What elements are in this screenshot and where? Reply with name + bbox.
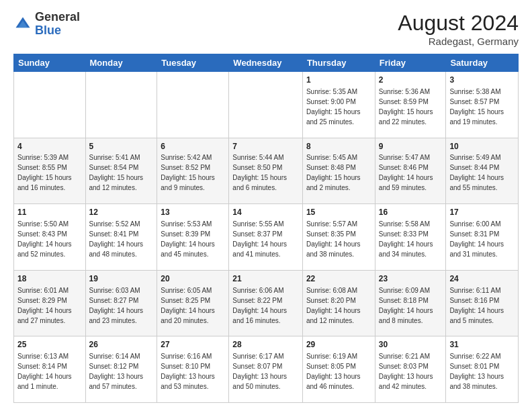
day-number: 6 [161, 141, 225, 152]
day-number: 16 [379, 207, 443, 218]
day-number: 21 [232, 273, 299, 285]
day-number: 23 [379, 273, 443, 285]
day-detail: Sunrise: 5:53 AM Sunset: 8:39 PM Dayligh… [161, 220, 215, 258]
day-detail: Sunrise: 5:52 AM Sunset: 8:41 PM Dayligh… [89, 220, 144, 258]
col-header-saturday: Saturday [446, 54, 519, 72]
day-detail: Sunrise: 6:06 AM Sunset: 8:22 PM Dayligh… [232, 287, 287, 324]
page: General Blue August 2024 Radegast, Germa… [0, 0, 532, 411]
day-number: 26 [89, 339, 154, 351]
day-number: 10 [449, 141, 515, 152]
calendar-cell: 2Sunrise: 5:36 AM Sunset: 8:59 PM Daylig… [375, 72, 446, 138]
day-number: 24 [449, 273, 515, 285]
day-detail: Sunrise: 6:17 AM Sunset: 8:07 PM Dayligh… [232, 353, 287, 390]
col-header-tuesday: Tuesday [157, 54, 229, 72]
calendar-cell: 26Sunrise: 6:14 AM Sunset: 8:12 PM Dayli… [85, 336, 157, 403]
calendar-cell: 9Sunrise: 5:47 AM Sunset: 8:46 PM Daylig… [375, 138, 446, 204]
logo-icon [13, 15, 32, 34]
calendar-cell: 6Sunrise: 5:42 AM Sunset: 8:52 PM Daylig… [157, 138, 229, 204]
day-number: 8 [306, 141, 371, 152]
day-detail: Sunrise: 5:41 AM Sunset: 8:54 PM Dayligh… [89, 154, 144, 191]
calendar-cell: 23Sunrise: 6:09 AM Sunset: 8:18 PM Dayli… [375, 270, 446, 336]
calendar-cell: 30Sunrise: 6:21 AM Sunset: 8:03 PM Dayli… [375, 336, 446, 403]
day-detail: Sunrise: 5:38 AM Sunset: 8:57 PM Dayligh… [449, 88, 504, 126]
day-number: 11 [17, 207, 82, 218]
day-number: 25 [17, 339, 82, 351]
day-number: 30 [379, 339, 443, 351]
calendar-cell: 1Sunrise: 5:35 AM Sunset: 9:00 PM Daylig… [302, 72, 375, 138]
week-row-4: 18Sunrise: 6:01 AM Sunset: 8:29 PM Dayli… [14, 270, 519, 336]
calendar-cell: 14Sunrise: 5:55 AM Sunset: 8:37 PM Dayli… [229, 204, 303, 271]
day-detail: Sunrise: 6:21 AM Sunset: 8:03 PM Dayligh… [379, 353, 433, 390]
day-detail: Sunrise: 6:22 AM Sunset: 8:01 PM Dayligh… [449, 353, 504, 390]
day-number: 17 [449, 207, 515, 218]
day-detail: Sunrise: 6:00 AM Sunset: 8:31 PM Dayligh… [449, 220, 504, 258]
logo-general-text: General [35, 10, 80, 24]
calendar-cell: 15Sunrise: 5:57 AM Sunset: 8:35 PM Dayli… [302, 204, 375, 271]
day-detail: Sunrise: 5:55 AM Sunset: 8:37 PM Dayligh… [232, 220, 287, 258]
day-number: 9 [379, 141, 443, 152]
calendar-cell: 21Sunrise: 6:06 AM Sunset: 8:22 PM Dayli… [229, 270, 303, 336]
calendar-cell: 5Sunrise: 5:41 AM Sunset: 8:54 PM Daylig… [85, 138, 157, 204]
day-detail: Sunrise: 5:58 AM Sunset: 8:33 PM Dayligh… [379, 220, 433, 258]
day-number: 4 [17, 141, 82, 152]
calendar-table: SundayMondayTuesdayWednesdayThursdayFrid… [13, 54, 519, 403]
location: Radegast, Germany [398, 36, 519, 47]
logo-blue-text: Blue [35, 24, 61, 37]
calendar-cell: 25Sunrise: 6:13 AM Sunset: 8:14 PM Dayli… [14, 336, 86, 403]
day-number: 5 [89, 141, 154, 152]
day-detail: Sunrise: 5:57 AM Sunset: 8:35 PM Dayligh… [306, 220, 361, 258]
day-number: 2 [379, 75, 443, 86]
day-number: 19 [89, 273, 154, 285]
day-detail: Sunrise: 6:01 AM Sunset: 8:29 PM Dayligh… [17, 287, 72, 324]
day-detail: Sunrise: 6:11 AM Sunset: 8:16 PM Dayligh… [449, 287, 504, 324]
col-header-sunday: Sunday [14, 54, 86, 72]
day-number: 15 [306, 207, 371, 218]
calendar-cell: 29Sunrise: 6:19 AM Sunset: 8:05 PM Dayli… [302, 336, 375, 403]
day-number: 27 [161, 339, 225, 351]
day-number: 12 [89, 207, 154, 218]
day-detail: Sunrise: 6:14 AM Sunset: 8:12 PM Dayligh… [89, 353, 144, 390]
calendar-cell: 7Sunrise: 5:44 AM Sunset: 8:50 PM Daylig… [229, 138, 303, 204]
calendar-cell: 22Sunrise: 6:08 AM Sunset: 8:20 PM Dayli… [302, 270, 375, 336]
month-year: August 2024 [398, 11, 519, 36]
week-row-1: 1Sunrise: 5:35 AM Sunset: 9:00 PM Daylig… [14, 72, 519, 138]
calendar-cell: 27Sunrise: 6:16 AM Sunset: 8:10 PM Dayli… [157, 336, 229, 403]
day-detail: Sunrise: 5:39 AM Sunset: 8:55 PM Dayligh… [17, 154, 72, 191]
day-detail: Sunrise: 5:50 AM Sunset: 8:43 PM Dayligh… [17, 220, 72, 258]
week-row-5: 25Sunrise: 6:13 AM Sunset: 8:14 PM Dayli… [14, 336, 519, 403]
day-detail: Sunrise: 6:13 AM Sunset: 8:14 PM Dayligh… [17, 353, 72, 390]
day-number: 22 [306, 273, 371, 285]
day-detail: Sunrise: 5:36 AM Sunset: 8:59 PM Dayligh… [379, 88, 433, 126]
title-block: August 2024 Radegast, Germany [398, 11, 519, 47]
calendar-cell: 20Sunrise: 6:05 AM Sunset: 8:25 PM Dayli… [157, 270, 229, 336]
calendar-cell [85, 72, 157, 138]
calendar-cell: 12Sunrise: 5:52 AM Sunset: 8:41 PM Dayli… [85, 204, 157, 271]
calendar-cell: 3Sunrise: 5:38 AM Sunset: 8:57 PM Daylig… [446, 72, 519, 138]
day-detail: Sunrise: 5:47 AM Sunset: 8:46 PM Dayligh… [379, 154, 433, 191]
col-header-wednesday: Wednesday [229, 54, 303, 72]
calendar-cell: 16Sunrise: 5:58 AM Sunset: 8:33 PM Dayli… [375, 204, 446, 271]
day-detail: Sunrise: 6:16 AM Sunset: 8:10 PM Dayligh… [161, 353, 215, 390]
day-number: 1 [306, 75, 371, 86]
day-detail: Sunrise: 6:05 AM Sunset: 8:25 PM Dayligh… [161, 287, 215, 324]
day-detail: Sunrise: 6:08 AM Sunset: 8:20 PM Dayligh… [306, 287, 361, 324]
calendar-cell: 11Sunrise: 5:50 AM Sunset: 8:43 PM Dayli… [14, 204, 86, 271]
day-number: 20 [161, 273, 225, 285]
day-number: 7 [232, 141, 299, 152]
logo: General Blue [13, 11, 80, 38]
calendar-cell: 18Sunrise: 6:01 AM Sunset: 8:29 PM Dayli… [14, 270, 86, 336]
col-header-friday: Friday [375, 54, 446, 72]
logo-text: General Blue [35, 11, 80, 38]
calendar-cell [157, 72, 229, 138]
day-detail: Sunrise: 6:19 AM Sunset: 8:05 PM Dayligh… [306, 353, 361, 390]
calendar-cell: 8Sunrise: 5:45 AM Sunset: 8:48 PM Daylig… [302, 138, 375, 204]
day-number: 13 [161, 207, 225, 218]
day-detail: Sunrise: 5:35 AM Sunset: 9:00 PM Dayligh… [306, 88, 361, 126]
day-number: 18 [17, 273, 82, 285]
day-number: 14 [232, 207, 299, 218]
calendar-cell [229, 72, 303, 138]
calendar-cell: 13Sunrise: 5:53 AM Sunset: 8:39 PM Dayli… [157, 204, 229, 271]
calendar-cell: 24Sunrise: 6:11 AM Sunset: 8:16 PM Dayli… [446, 270, 519, 336]
calendar-cell: 28Sunrise: 6:17 AM Sunset: 8:07 PM Dayli… [229, 336, 303, 403]
day-detail: Sunrise: 5:45 AM Sunset: 8:48 PM Dayligh… [306, 154, 361, 191]
